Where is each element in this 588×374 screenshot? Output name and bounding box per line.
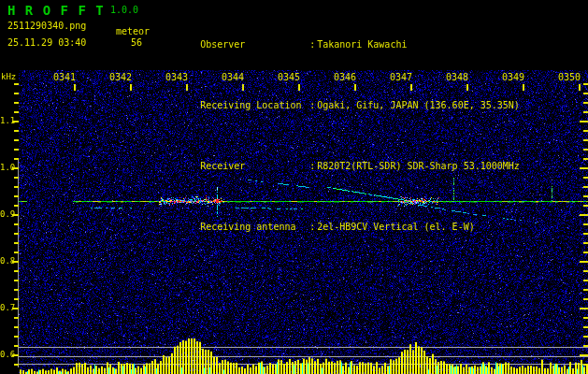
echo-count: 56 xyxy=(131,37,142,48)
y-tick-label: 1.1 xyxy=(0,116,15,125)
x-tick-label: 0350 xyxy=(558,72,581,82)
y-axis-unit-label: kHz xyxy=(1,72,16,81)
date-time: 25.11.29 03:40 xyxy=(7,37,86,48)
y-tick-label: 0.7 xyxy=(0,303,15,312)
info-label: Receiving antenna xyxy=(200,221,309,233)
colon: : xyxy=(309,99,317,111)
x-tick-label: 0346 xyxy=(334,72,356,82)
x-tick-label: 0344 xyxy=(222,72,244,82)
x-tick-label: 0345 xyxy=(278,72,300,82)
y-tick-label: 0.8 xyxy=(0,256,15,266)
info-row-observer: Observer:Takanori Kawachi xyxy=(166,26,520,63)
colon: : xyxy=(309,38,317,50)
info-row-location: Receiving Location:Ogaki, Gifu, JAPAN (1… xyxy=(166,87,520,123)
info-value: Ogaki, Gifu, JAPAN (136.60E, 35.35N) xyxy=(317,100,520,110)
x-tick-label: 0347 xyxy=(390,72,412,82)
info-value: 2el-HB9CV Vertical (el. E-W) xyxy=(317,222,475,232)
hrofft-window: H R O F F T 1.0.0 2511290340.png meteor … xyxy=(0,0,588,374)
y-tick-label: 1.0 xyxy=(0,163,15,172)
x-tick-label: 0341 xyxy=(53,72,76,82)
station-info: Observer:Takanori Kawachi Receiving Loca… xyxy=(166,2,520,269)
x-tick-label: 0342 xyxy=(109,72,132,82)
mode-label: meteor xyxy=(116,26,150,36)
info-row-receiver: Receiver:R820T2(RTL-SDR) SDR-Sharp 53.10… xyxy=(166,148,520,184)
info-value: Takanori Kawachi xyxy=(317,39,407,50)
y-tick-label: 0.9 xyxy=(0,209,15,219)
info-row-antenna: Receiving antenna:2el-HB9CV Vertical (el… xyxy=(166,209,520,245)
info-label: Receiver xyxy=(200,160,309,172)
info-label: Receiving Location xyxy=(200,99,309,111)
info-value: R820T2(RTL-SDR) SDR-Sharp 53.1000MHz xyxy=(317,161,520,171)
info-label: Observer xyxy=(200,38,309,50)
app-version: 1.0.0 xyxy=(110,5,138,15)
x-tick-label: 0349 xyxy=(502,72,524,82)
y-tick-label: 0.6 xyxy=(0,350,15,359)
output-filename: 2511290340.png xyxy=(7,21,86,31)
colon: : xyxy=(309,160,317,172)
x-tick-label: 0348 xyxy=(446,72,468,82)
x-tick-label: 0343 xyxy=(165,72,188,82)
app-title: H R O F F T xyxy=(7,3,105,18)
colon: : xyxy=(309,221,317,233)
